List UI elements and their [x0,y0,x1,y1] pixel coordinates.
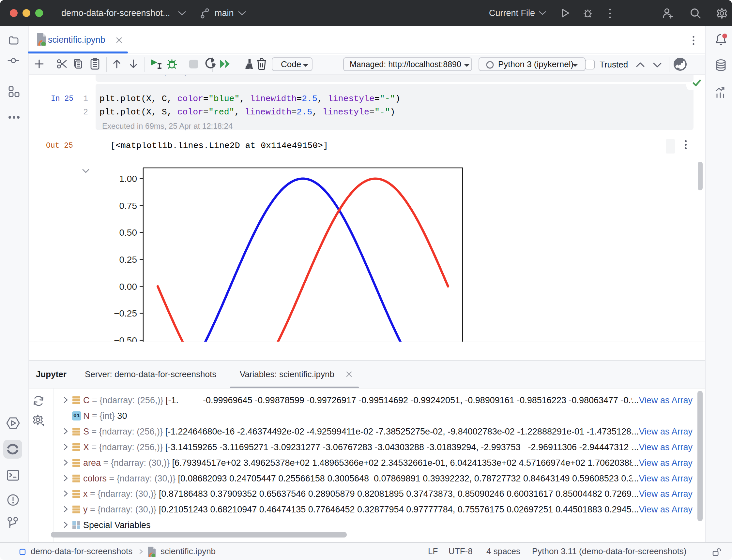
svg-text:0.75: 0.75 [119,201,137,211]
svg-text:1.00: 1.00 [119,174,137,184]
svg-text:−0.50: −0.50 [114,335,137,342]
svg-text:−0.25: −0.25 [114,308,137,318]
svg-text:0.25: 0.25 [119,255,137,265]
svg-text:0.50: 0.50 [119,228,137,238]
svg-text:0.00: 0.00 [119,282,137,292]
